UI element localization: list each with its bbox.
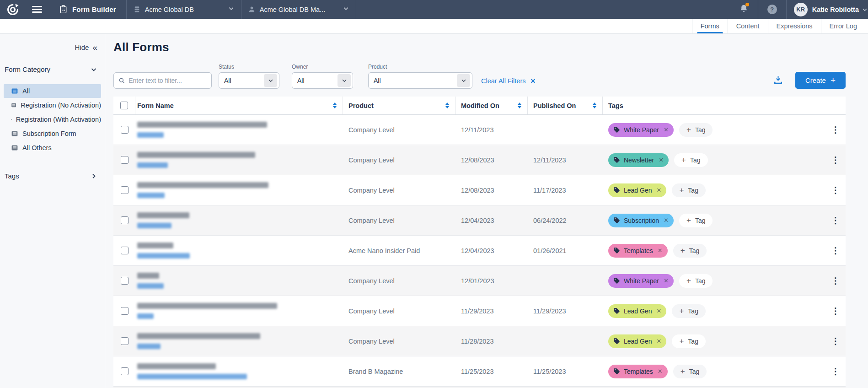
- modified-on-cell: 12/11/2023: [455, 115, 528, 145]
- tags-label: Tags: [5, 172, 19, 180]
- column-header-modified-on: Modified On: [461, 102, 499, 109]
- sidebar-item-subscription-form[interactable]: Subscription Form: [4, 127, 101, 140]
- sort-published-on-button[interactable]: [593, 102, 596, 108]
- database-selector[interactable]: Acme Global DB: [127, 0, 241, 19]
- main-content: All Forms Status All Owner All: [105, 34, 868, 388]
- row-checkbox[interactable]: [121, 156, 129, 164]
- sidebar-item-registration-with-activation[interactable]: Registration (With Activation): [4, 113, 101, 126]
- row-checkbox[interactable]: [121, 247, 129, 254]
- sidebar-item-registration-no-activation[interactable]: Registration (No Activation): [4, 98, 101, 112]
- remove-tag-icon[interactable]: ✕: [664, 277, 669, 284]
- row-actions-kebab-icon[interactable]: ⋮: [831, 307, 840, 315]
- published-on-cell: [528, 115, 603, 145]
- row-checkbox[interactable]: [121, 126, 129, 134]
- help-button[interactable]: ?: [767, 5, 777, 14]
- database-selector-value: Acme Global DB: [145, 6, 194, 13]
- sidebar-item-all[interactable]: All: [4, 84, 101, 98]
- plus-icon: +: [680, 367, 685, 375]
- form-link-redacted[interactable]: [137, 132, 164, 138]
- tag-icon: [613, 217, 620, 224]
- published-on-cell: 11/29/2023: [528, 296, 603, 326]
- remove-tag-icon[interactable]: ✕: [664, 217, 669, 224]
- owner-filter-select[interactable]: All: [292, 72, 353, 89]
- add-tag-button[interactable]: + Tag: [672, 334, 706, 348]
- clear-all-filters-button[interactable]: Clear All Filters ✕: [481, 77, 536, 85]
- search-filter: [113, 72, 212, 89]
- tab-error-log[interactable]: Error Log: [821, 19, 865, 33]
- sort-modified-on-button[interactable]: [518, 102, 521, 108]
- add-tag-label: Tag: [689, 368, 700, 375]
- plus-icon: +: [679, 186, 684, 194]
- row-checkbox[interactable]: [121, 216, 129, 224]
- row-checkbox[interactable]: [121, 277, 129, 285]
- add-tag-button[interactable]: + Tag: [679, 214, 713, 227]
- select-all-checkbox[interactable]: [120, 102, 128, 109]
- tag-label: Newsletter: [624, 156, 654, 164]
- row-checkbox[interactable]: [121, 307, 129, 315]
- form-link-redacted[interactable]: [137, 223, 171, 228]
- remove-tag-icon[interactable]: ✕: [658, 368, 663, 375]
- remove-tag-icon[interactable]: ✕: [658, 247, 663, 254]
- form-link-redacted[interactable]: [137, 253, 190, 259]
- row-actions-kebab-icon[interactable]: ⋮: [831, 367, 840, 376]
- form-category-header[interactable]: Form Category: [0, 65, 105, 73]
- add-tag-button[interactable]: + Tag: [674, 153, 708, 167]
- tab-forms[interactable]: Forms: [692, 19, 728, 33]
- add-tag-button[interactable]: + Tag: [679, 274, 713, 288]
- add-tag-button[interactable]: + Tag: [672, 304, 706, 318]
- remove-tag-icon[interactable]: ✕: [664, 126, 669, 133]
- form-link-redacted[interactable]: [137, 283, 164, 289]
- notifications-button[interactable]: [739, 4, 749, 15]
- add-tag-button[interactable]: + Tag: [673, 365, 707, 378]
- navbar-divider: [758, 0, 758, 19]
- avatar[interactable]: KR: [794, 3, 808, 16]
- user-name[interactable]: Katie Robilotta: [812, 6, 859, 13]
- row-actions-kebab-icon[interactable]: ⋮: [831, 276, 840, 285]
- form-link-redacted[interactable]: [137, 313, 154, 319]
- row-checkbox[interactable]: [121, 367, 129, 375]
- row-checkbox[interactable]: [121, 186, 129, 194]
- row-checkbox[interactable]: [121, 337, 129, 345]
- add-tag-button[interactable]: + Tag: [679, 123, 713, 137]
- row-actions-kebab-icon[interactable]: ⋮: [831, 156, 840, 164]
- add-tag-button[interactable]: + Tag: [673, 244, 707, 258]
- form-link-redacted[interactable]: [137, 344, 161, 349]
- form-category-label: Form Category: [5, 65, 50, 73]
- sidebar-item-all-others[interactable]: All Others: [4, 141, 101, 155]
- row-actions-kebab-icon[interactable]: ⋮: [831, 125, 840, 134]
- remove-tag-icon[interactable]: ✕: [657, 187, 662, 194]
- tags-section-header[interactable]: Tags: [0, 172, 105, 180]
- database-icon: [133, 5, 141, 13]
- sidebar-hide-button[interactable]: Hide «: [0, 43, 105, 52]
- tab-expressions[interactable]: Expressions: [768, 19, 821, 33]
- form-link-redacted[interactable]: [137, 193, 165, 198]
- search-input[interactable]: [129, 77, 207, 84]
- row-actions-kebab-icon[interactable]: ⋮: [831, 216, 840, 225]
- create-button[interactable]: Create +: [795, 72, 846, 89]
- form-link-redacted[interactable]: [137, 162, 168, 168]
- sidebar-item-label: Registration (No Activation): [21, 102, 101, 109]
- list-icon: [11, 144, 18, 151]
- row-actions-kebab-icon[interactable]: ⋮: [831, 186, 840, 194]
- remove-tag-icon[interactable]: ✕: [659, 156, 664, 163]
- marketing-db-selector[interactable]: Acme Global DB Ma...: [241, 0, 356, 19]
- app-home[interactable]: Form Builder: [53, 0, 126, 19]
- add-tag-button[interactable]: + Tag: [672, 183, 706, 197]
- download-button[interactable]: [773, 75, 783, 85]
- form-link-redacted[interactable]: [137, 374, 247, 379]
- app-logo-icon[interactable]: [0, 4, 26, 16]
- hamburger-menu-icon[interactable]: [32, 6, 42, 13]
- row-actions-kebab-icon[interactable]: ⋮: [831, 246, 840, 255]
- tag-label: Lead Gen: [624, 338, 652, 345]
- row-actions-kebab-icon[interactable]: ⋮: [831, 337, 840, 345]
- tab-content[interactable]: Content: [728, 19, 768, 33]
- chevron-down-icon: [457, 74, 470, 87]
- sort-form-name-button[interactable]: [333, 102, 337, 108]
- product-filter-select[interactable]: All: [368, 72, 472, 89]
- sort-product-button[interactable]: [445, 102, 449, 108]
- add-tag-label: Tag: [695, 217, 706, 224]
- remove-tag-icon[interactable]: ✕: [657, 338, 662, 345]
- status-filter-select[interactable]: All: [219, 72, 279, 89]
- product-cell: Company Level: [343, 115, 455, 145]
- remove-tag-icon[interactable]: ✕: [657, 307, 662, 314]
